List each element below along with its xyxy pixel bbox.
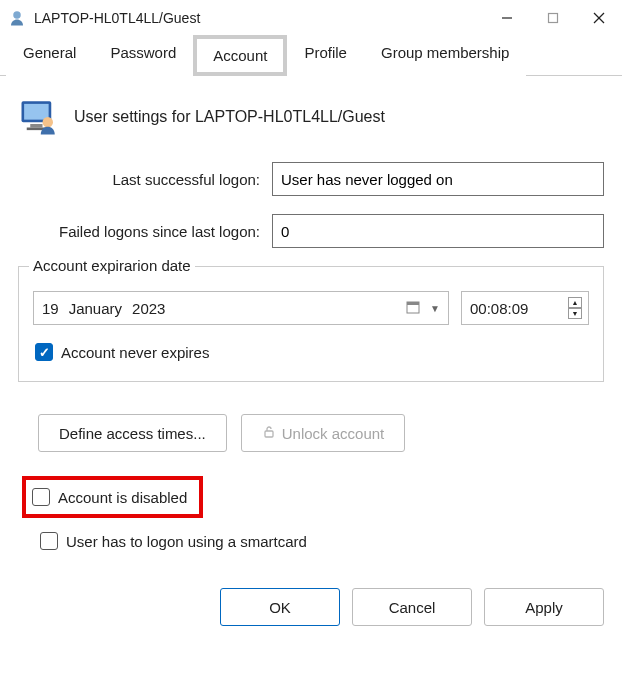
apply-button[interactable]: Apply: [484, 588, 604, 626]
tabs: General Password Account Profile Group m…: [0, 34, 622, 76]
svg-point-9: [43, 117, 54, 128]
never-expires-label: Account never expires: [61, 344, 209, 361]
account-disabled-checkbox[interactable]: Account is disabled: [30, 486, 189, 508]
page-title: User settings for LAPTOP-HL0TL4LL/Guest: [74, 108, 385, 126]
user-icon: [8, 9, 26, 27]
time-spin-down[interactable]: ▼: [568, 308, 582, 319]
smartcard-label: User has to logon using a smartcard: [66, 533, 307, 550]
expiration-time-picker[interactable]: 00:08:09 ▲ ▼: [461, 291, 589, 325]
tab-account[interactable]: Account: [193, 35, 287, 76]
account-disabled-highlight: Account is disabled: [22, 476, 203, 518]
expiration-date-picker[interactable]: 19 January 2023 ▼: [33, 291, 449, 325]
dialog-footer: OK Cancel Apply: [0, 564, 622, 626]
cancel-button[interactable]: Cancel: [352, 588, 472, 626]
checkbox-icon: [32, 488, 50, 506]
monitor-user-icon: [18, 96, 60, 138]
never-expires-checkbox[interactable]: Account never expires: [33, 341, 589, 363]
svg-rect-7: [30, 124, 42, 128]
tab-general[interactable]: General: [6, 35, 93, 76]
account-disabled-label: Account is disabled: [58, 489, 187, 506]
define-access-times-button[interactable]: Define access times...: [38, 414, 227, 452]
window-title: LAPTOP-HL0TL4LL/Guest: [34, 10, 484, 26]
svg-rect-11: [407, 302, 419, 305]
svg-rect-2: [549, 14, 558, 23]
calendar-icon: [406, 300, 420, 317]
svg-point-0: [13, 11, 21, 19]
maximize-button[interactable]: [530, 0, 576, 36]
failedlogons-label: Failed logons since last logon:: [18, 223, 272, 240]
tab-profile[interactable]: Profile: [287, 35, 364, 76]
ok-button[interactable]: OK: [220, 588, 340, 626]
exp-month: January: [69, 300, 122, 317]
svg-rect-6: [24, 104, 49, 120]
exp-time: 00:08:09: [470, 300, 568, 317]
expiration-groupbox: Account expirarion date 19 January 2023 …: [18, 266, 604, 382]
minimize-button[interactable]: [484, 0, 530, 36]
failedlogons-field[interactable]: [272, 214, 604, 248]
tab-group-membership[interactable]: Group membership: [364, 35, 526, 76]
lock-icon: [262, 425, 276, 442]
tab-password[interactable]: Password: [93, 35, 193, 76]
time-spin-up[interactable]: ▲: [568, 297, 582, 308]
svg-rect-12: [265, 431, 273, 437]
checkbox-icon: [40, 532, 58, 550]
exp-year: 2023: [132, 300, 165, 317]
chevron-down-icon: ▼: [430, 303, 440, 314]
exp-day: 19: [42, 300, 59, 317]
titlebar: LAPTOP-HL0TL4LL/Guest: [0, 0, 622, 36]
close-button[interactable]: [576, 0, 622, 36]
lastlogon-field[interactable]: [272, 162, 604, 196]
smartcard-checkbox[interactable]: User has to logon using a smartcard: [38, 530, 604, 552]
checkbox-icon: [35, 343, 53, 361]
tab-content: User settings for LAPTOP-HL0TL4LL/Guest …: [0, 76, 622, 564]
lastlogon-label: Last successful logon:: [18, 171, 272, 188]
unlock-account-button: Unlock account: [241, 414, 406, 452]
expiration-legend: Account expirarion date: [29, 257, 195, 274]
